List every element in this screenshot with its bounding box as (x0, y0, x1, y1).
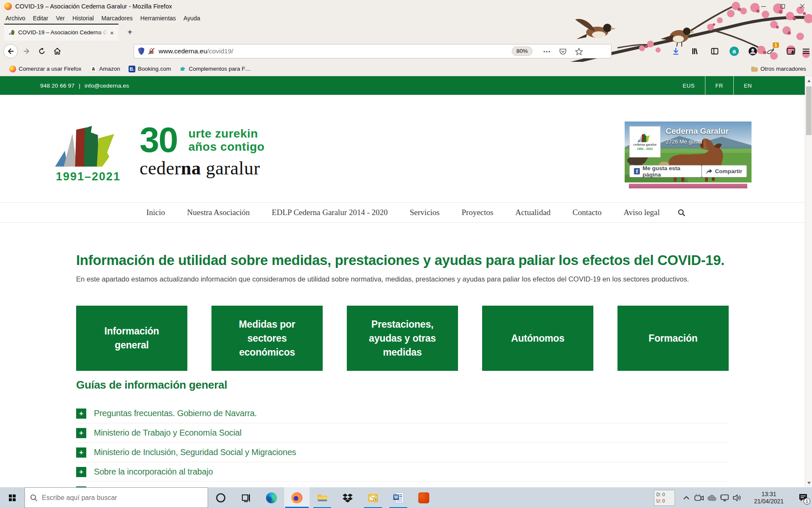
pocket-icon[interactable] (559, 47, 567, 56)
tab-favicon (8, 29, 15, 36)
expand-plus-icon[interactable]: + (76, 467, 86, 477)
taskbar-edge[interactable] (259, 487, 284, 508)
url-bar[interactable]: www.cederna.eu/covid19/ 80% (134, 44, 612, 58)
button-medidas-sectores[interactable]: Medidas por sectores económicos (211, 306, 323, 371)
taskbar-dropbox[interactable] (335, 487, 360, 508)
zoom-level-badge[interactable]: 80% (512, 47, 532, 56)
tray-chevron-button[interactable] (680, 487, 693, 508)
site-logo[interactable]: 1991–2021 30 urte zurekin años contigo c… (54, 125, 265, 183)
menu-ver[interactable]: Ver (52, 14, 69, 23)
menu-editar[interactable]: Editar (29, 14, 52, 23)
menu-marcadores[interactable]: Marcadores (98, 14, 137, 23)
expand-plus-icon[interactable]: + (76, 409, 86, 419)
nav-servicios[interactable]: Servicios (399, 208, 451, 217)
accordion-item-2[interactable]: + Ministerio de Trabajo y Economía Socia… (76, 423, 729, 443)
new-tab-button[interactable]: + (123, 26, 136, 38)
taskbar-cortana[interactable] (208, 487, 233, 508)
brand-post: garalur (201, 158, 260, 179)
active-tab[interactable]: COVID-19 – Asociación Cederna Garalur × (4, 24, 118, 41)
library-button[interactable] (689, 45, 701, 57)
taskbar-firefox[interactable] (284, 487, 310, 508)
site-header: 1991–2021 30 urte zurekin años contigo c… (0, 95, 812, 202)
nav-inicio[interactable]: Inicio (135, 208, 176, 217)
tray-onedrive[interactable] (705, 487, 718, 508)
button-informacion-general[interactable]: Información general (76, 306, 187, 371)
nav-edlp[interactable]: EDLP Cederna Garalur 2014 - 2020 (261, 208, 399, 217)
contact-info: 948 20 66 97 | info@cederna.es (40, 83, 129, 89)
taskbar-search-input[interactable] (42, 494, 186, 502)
taskbar-outlook[interactable] (360, 487, 386, 508)
scroll-down-arrow[interactable] (805, 479, 812, 486)
capture-extension-icon (786, 47, 796, 56)
nav-contacto[interactable]: Contacto (562, 208, 613, 217)
tray-volume[interactable] (731, 487, 743, 508)
tab-close-icon[interactable]: × (108, 28, 116, 37)
minimize-button[interactable] (754, 0, 773, 13)
button-prestaciones[interactable]: Prestaciones, ayudas y otras medidas (347, 306, 458, 371)
network-speed-widget[interactable]: D: 0 U: 0 (654, 490, 675, 506)
other-bookmarks[interactable]: Otros marcadores (751, 66, 812, 72)
downloads-button[interactable] (670, 45, 682, 57)
bookmark-booking[interactable]: B. Booking.com (124, 64, 175, 74)
scroll-up-arrow[interactable] (805, 77, 812, 84)
tray-network[interactable] (718, 487, 731, 508)
start-button[interactable] (0, 487, 25, 508)
lang-fr[interactable]: FR (705, 76, 733, 95)
facebook-like-button[interactable]: f Me gusta esta página (629, 165, 702, 177)
forward-button[interactable] (19, 44, 34, 58)
site-search-icon[interactable] (678, 209, 686, 217)
bookmark-comenzar[interactable]: Comenzar a usar Firefox (5, 64, 86, 74)
taskbar-search[interactable] (25, 487, 208, 508)
lang-eus[interactable]: EUS (672, 76, 705, 95)
scrollbar-thumb[interactable] (806, 86, 812, 135)
menu-historial[interactable]: Historial (69, 14, 98, 23)
taskbar-office[interactable] (411, 487, 436, 508)
bookmark-star-icon[interactable] (575, 47, 583, 56)
nav-aviso-legal[interactable]: Aviso legal (612, 208, 671, 217)
taskbar-file-explorer[interactable] (310, 487, 335, 508)
nav-actualidad[interactable]: Actualidad (504, 208, 561, 217)
page-scrollbar[interactable] (805, 76, 812, 487)
page-actions-icon[interactable] (543, 47, 551, 56)
accordion-item-1[interactable]: + Preguntas frecuentas. Gobierno de Nava… (76, 404, 729, 423)
nav-nuestra-asociacion[interactable]: Nuestra Asociación (176, 208, 261, 217)
close-button[interactable] (793, 0, 812, 13)
accordion-item-5-partial[interactable]: + (76, 482, 729, 487)
maximize-button[interactable] (773, 0, 793, 13)
menu-ayuda[interactable]: Ayuda (180, 14, 204, 23)
button-formacion[interactable]: Formación (617, 306, 729, 371)
profile-icon (748, 47, 757, 56)
expand-plus-icon[interactable]: + (76, 447, 86, 458)
sidebar-button[interactable] (709, 45, 721, 57)
facebook-page-name[interactable]: Cederna Garalur (666, 127, 729, 136)
home-button[interactable] (50, 44, 64, 58)
extension-fox-button[interactable]: 1 (765, 45, 776, 57)
menu-herramientas[interactable]: Herramientas (137, 14, 180, 23)
expand-plus-icon[interactable]: + (76, 428, 86, 438)
taskbar-word[interactable]: W (386, 487, 411, 508)
bookmark-amazon[interactable]: a Amazon (86, 64, 125, 74)
accordion-item-4[interactable]: + Sobre la incorporación al trabajo (76, 462, 729, 482)
reload-button[interactable] (35, 44, 49, 58)
nav-proyectos[interactable]: Proyectos (451, 208, 505, 217)
taskbar-task-view[interactable] (233, 487, 259, 508)
facebook-share-button[interactable]: Compartir (702, 165, 747, 177)
taskbar-clock[interactable]: 13:31 21/04/2021 (745, 491, 793, 505)
contact-email[interactable]: info@cederna.es (85, 83, 129, 89)
action-center-button[interactable]: 1 (794, 487, 812, 508)
bookmark-complementos[interactable]: Complementos para F… (175, 64, 255, 74)
account-button[interactable] (747, 45, 759, 57)
menu-archivo[interactable]: Archivo (2, 14, 29, 23)
app-menu-button[interactable] (800, 45, 812, 57)
extension-a-button[interactable]: a (728, 45, 740, 57)
tray-camera[interactable] (693, 487, 705, 508)
system-tray: D: 0 U: 0 13:31 21/04/2021 1 (654, 487, 812, 508)
accordion-item-3[interactable]: + Ministerio de Inclusión, Seguridad Soc… (76, 443, 729, 462)
back-button[interactable] (3, 44, 18, 58)
extension-capture-button[interactable] (785, 45, 797, 57)
lang-en[interactable]: EN (733, 76, 762, 95)
mini-logo-text: cederna garalur (633, 143, 657, 146)
intro-paragraph: En este apartado estamos actualizando in… (76, 275, 732, 283)
button-autonomos[interactable]: Autónomos (482, 306, 593, 371)
facebook-widget: cederna garalur 1991 - 2021 Cederna Gara… (625, 121, 752, 188)
